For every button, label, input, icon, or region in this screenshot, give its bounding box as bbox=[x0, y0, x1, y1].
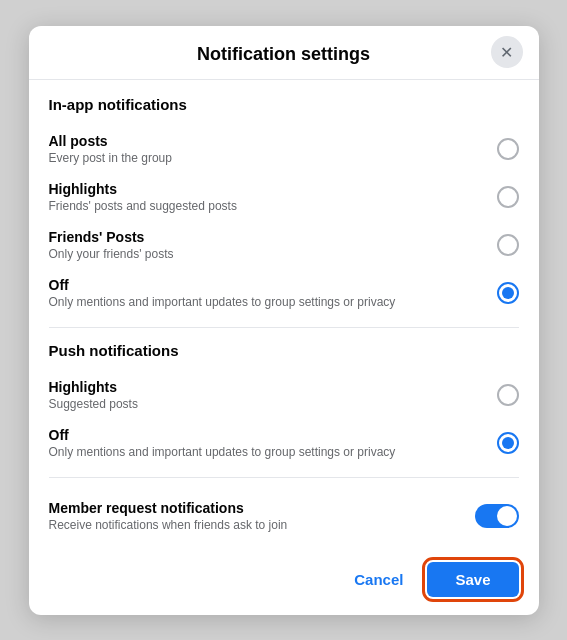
in-app-section-label: In-app notifications bbox=[49, 96, 519, 113]
option-title-push-highlights: Highlights bbox=[49, 379, 485, 395]
in-app-section: In-app notifications All posts Every pos… bbox=[49, 96, 519, 317]
radio-highlights[interactable] bbox=[497, 186, 519, 208]
option-title-off: Off bbox=[49, 277, 485, 293]
radio-all-posts[interactable] bbox=[497, 138, 519, 160]
modal-header: Notification settings ✕ bbox=[29, 26, 539, 80]
member-request-label: Member request notifications bbox=[49, 500, 463, 516]
option-title-push-off: Off bbox=[49, 427, 485, 443]
close-icon: ✕ bbox=[500, 43, 513, 62]
option-desc-push-off: Only mentions and important updates to g… bbox=[49, 445, 485, 459]
section-divider-2 bbox=[49, 477, 519, 478]
option-title-all-posts: All posts bbox=[49, 133, 485, 149]
option-row-all-posts[interactable]: All posts Every post in the group bbox=[49, 125, 519, 173]
close-button[interactable]: ✕ bbox=[491, 36, 523, 68]
option-row-push-off[interactable]: Off Only mentions and important updates … bbox=[49, 419, 519, 467]
cancel-button[interactable]: Cancel bbox=[342, 563, 415, 596]
radio-off[interactable] bbox=[497, 282, 519, 304]
radio-friends-posts[interactable] bbox=[497, 234, 519, 256]
option-desc-all-posts: Every post in the group bbox=[49, 151, 485, 165]
push-section: Push notifications Highlights Suggested … bbox=[49, 342, 519, 467]
modal-backdrop: Notification settings ✕ In-app notificat… bbox=[0, 0, 567, 640]
member-request-desc: Receive notifications when friends ask t… bbox=[49, 518, 463, 532]
option-row-off[interactable]: Off Only mentions and important updates … bbox=[49, 269, 519, 317]
option-row-highlights[interactable]: Highlights Friends' posts and suggested … bbox=[49, 173, 519, 221]
push-section-label: Push notifications bbox=[49, 342, 519, 359]
option-title-friends-posts: Friends' Posts bbox=[49, 229, 485, 245]
radio-push-off[interactable] bbox=[497, 432, 519, 454]
option-row-push-highlights[interactable]: Highlights Suggested posts bbox=[49, 371, 519, 419]
modal-title: Notification settings bbox=[197, 44, 370, 65]
radio-push-highlights[interactable] bbox=[497, 384, 519, 406]
modal-body: In-app notifications All posts Every pos… bbox=[29, 80, 539, 548]
member-request-toggle[interactable] bbox=[475, 504, 519, 528]
save-button[interactable]: Save bbox=[427, 562, 518, 597]
notification-settings-modal: Notification settings ✕ In-app notificat… bbox=[29, 26, 539, 615]
section-divider-1 bbox=[49, 327, 519, 328]
option-desc-push-highlights: Suggested posts bbox=[49, 397, 485, 411]
option-desc-off: Only mentions and important updates to g… bbox=[49, 295, 485, 309]
option-title-highlights: Highlights bbox=[49, 181, 485, 197]
modal-footer: Cancel Save bbox=[29, 548, 539, 615]
option-desc-friends-posts: Only your friends' posts bbox=[49, 247, 485, 261]
option-row-friends-posts[interactable]: Friends' Posts Only your friends' posts bbox=[49, 221, 519, 269]
option-desc-highlights: Friends' posts and suggested posts bbox=[49, 199, 485, 213]
member-request-row[interactable]: Member request notifications Receive not… bbox=[49, 492, 519, 540]
